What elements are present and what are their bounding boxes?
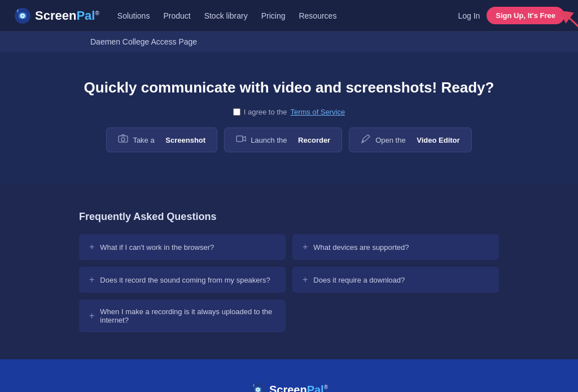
faq-section: Frequently Asked Questions + What if I c… bbox=[0, 184, 578, 359]
svg-point-2 bbox=[21, 15, 24, 17]
faq-item-download[interactable]: + Does it require a download? bbox=[292, 267, 499, 293]
login-button[interactable]: Log In bbox=[458, 11, 480, 20]
terms-row: I agree to the Terms of Service bbox=[14, 108, 564, 116]
screenshot-btn-prefix: Take a bbox=[133, 136, 154, 144]
nav-resources[interactable]: Resources bbox=[299, 11, 336, 20]
faq-item-upload[interactable]: + When I make a recording is it always u… bbox=[79, 299, 286, 332]
faq-text-sound: Does it record the sound coming from my … bbox=[100, 276, 270, 284]
editor-btn-bold: Video Editor bbox=[417, 136, 459, 144]
nav-stock-library[interactable]: Stock library bbox=[204, 11, 248, 20]
faq-text-download: Does it require a download? bbox=[313, 276, 405, 284]
hero-section: Quickly communicate with video and scree… bbox=[0, 52, 578, 184]
plus-icon-download: + bbox=[303, 275, 308, 285]
signup-button[interactable]: Sign Up, It's Free bbox=[487, 7, 564, 24]
screenshot-btn-bold: Screenshot bbox=[165, 136, 205, 144]
main-nav: ScreenPal® Solutions Product Stock libra… bbox=[0, 0, 578, 32]
nav-solutions[interactable]: Solutions bbox=[117, 11, 150, 20]
camera-icon bbox=[118, 134, 128, 146]
faq-text-upload: When I make a recording is it always upl… bbox=[100, 307, 275, 324]
screenshot-button[interactable]: Take a Screenshot bbox=[106, 127, 217, 152]
faq-text-browser: What if I can't work in the browser? bbox=[100, 243, 214, 252]
faq-item-devices[interactable]: + What devices are supported? bbox=[292, 234, 499, 260]
faq-item-sound[interactable]: + Does it record the sound coming from m… bbox=[79, 267, 286, 293]
plus-icon-browser: + bbox=[89, 242, 94, 252]
action-buttons: Take a Screenshot Launch the Recorder Op… bbox=[14, 127, 564, 152]
recorder-btn-prefix: Launch the bbox=[251, 136, 287, 144]
terms-link[interactable]: Terms of Service bbox=[290, 108, 345, 116]
svg-point-4 bbox=[121, 138, 125, 141]
editor-button[interactable]: Open the Video Editor bbox=[349, 127, 471, 152]
banner-text: Daemen College Access Page bbox=[90, 37, 197, 46]
nav-right: Log In Sign Up, It's Free bbox=[458, 7, 564, 24]
logo-text: ScreenPal® bbox=[35, 8, 99, 23]
hero-title: Quickly communicate with video and scree… bbox=[14, 79, 564, 96]
footer-logo-text: ScreenPal® bbox=[269, 384, 328, 393]
faq-item-browser[interactable]: + What if I can't work in the browser? bbox=[79, 234, 286, 260]
footer-logo: ScreenPal® bbox=[14, 382, 564, 392]
access-banner: Daemen College Access Page bbox=[0, 32, 578, 52]
video-icon bbox=[236, 134, 246, 146]
logo[interactable]: ScreenPal® bbox=[14, 7, 99, 25]
editor-btn-prefix: Open the bbox=[375, 136, 406, 144]
footer-logo-icon bbox=[250, 382, 266, 392]
plus-icon-devices: + bbox=[303, 242, 308, 252]
nav-links: Solutions Product Stock library Pricing … bbox=[117, 11, 458, 20]
faq-text-devices: What devices are supported? bbox=[313, 243, 409, 252]
plus-icon-upload: + bbox=[89, 311, 94, 321]
svg-point-8 bbox=[257, 389, 259, 391]
faq-grid: + What if I can't work in the browser? +… bbox=[79, 234, 499, 332]
recorder-btn-bold: Recorder bbox=[298, 136, 330, 144]
faq-heading: Frequently Asked Questions bbox=[79, 211, 499, 223]
nav-pricing[interactable]: Pricing bbox=[261, 11, 286, 20]
nav-product[interactable]: Product bbox=[163, 11, 190, 20]
footer: ScreenPal® Capture, create and share bbox=[0, 359, 578, 392]
edit-icon bbox=[361, 134, 371, 146]
terms-prefix: I agree to the bbox=[244, 108, 287, 116]
recorder-button[interactable]: Launch the Recorder bbox=[224, 127, 342, 152]
svg-rect-5 bbox=[237, 136, 243, 142]
plus-icon-sound: + bbox=[89, 275, 94, 285]
terms-checkbox[interactable] bbox=[233, 108, 240, 116]
signup-container: Sign Up, It's Free bbox=[487, 7, 564, 24]
